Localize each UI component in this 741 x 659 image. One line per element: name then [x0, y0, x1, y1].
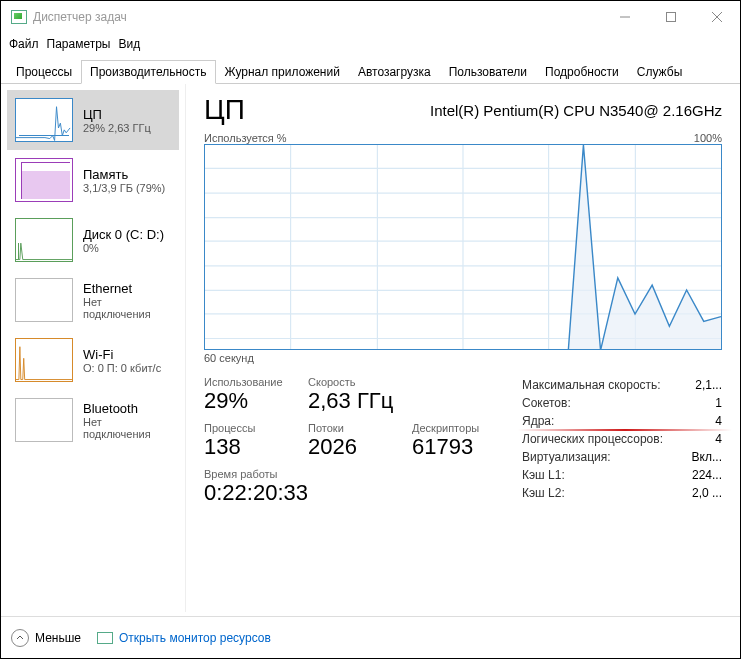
svg-rect-1 — [667, 13, 676, 22]
footer: Меньше Открыть монитор ресурсов — [1, 616, 740, 658]
maximize-button[interactable] — [648, 1, 694, 33]
maxspeed-value: 2,1... — [695, 376, 722, 394]
sidebar: ЦП 29% 2,63 ГГц Память 3,1/3,9 ГБ (79%) … — [1, 84, 186, 612]
close-button[interactable] — [694, 1, 740, 33]
menu-file[interactable]: Файл — [9, 37, 39, 51]
chart-label-max: 100% — [694, 132, 722, 144]
logical-label: Логических процессоров: — [522, 430, 663, 448]
sidebar-memory-label: Память — [83, 167, 165, 182]
app-icon — [11, 9, 27, 25]
speed-label: Скорость — [308, 376, 393, 388]
sidebar-cpu-sub: 29% 2,63 ГГц — [83, 122, 151, 134]
cores-value: 4 — [715, 412, 722, 430]
sockets-value: 1 — [715, 394, 722, 412]
l2-value: 2,0 ... — [692, 484, 722, 502]
sidebar-memory-sub: 3,1/3,9 ГБ (79%) — [83, 182, 165, 194]
wifi-thumb-icon — [15, 338, 73, 382]
sidebar-wifi-sub: О: 0 П: 0 кбит/с — [83, 362, 161, 374]
proc-label: Процессы — [204, 422, 284, 434]
uptime-value: 0:22:20:33 — [204, 480, 492, 506]
stats-right: Максимальная скорость:2,1... Сокетов:1 Я… — [522, 376, 722, 506]
tab-users[interactable]: Пользователи — [440, 60, 536, 84]
minimize-button[interactable] — [602, 1, 648, 33]
window-controls — [602, 1, 740, 33]
less-button[interactable]: Меньше — [11, 629, 81, 647]
window-title: Диспетчер задач — [33, 10, 127, 24]
logical-value: 4 — [715, 430, 722, 448]
threads-value: 2026 — [308, 434, 388, 460]
sidebar-cpu-label: ЦП — [83, 107, 151, 122]
titlebar: Диспетчер задач — [1, 1, 740, 33]
resource-monitor-icon — [97, 630, 113, 646]
resource-monitor-label: Открыть монитор ресурсов — [119, 631, 271, 645]
tab-processes[interactable]: Процессы — [7, 60, 81, 84]
util-label: Использование — [204, 376, 284, 388]
speed-value: 2,63 ГГц — [308, 388, 393, 414]
sockets-label: Сокетов: — [522, 394, 571, 412]
main-panel: ЦП Intel(R) Pentium(R) CPU N3540@ 2.16GH… — [186, 84, 740, 612]
maxspeed-label: Максимальная скорость: — [522, 376, 661, 394]
sidebar-item-disk[interactable]: Диск 0 (C: D:) 0% — [7, 210, 179, 270]
tab-app-history[interactable]: Журнал приложений — [216, 60, 349, 84]
sidebar-disk-label: Диск 0 (C: D:) — [83, 227, 164, 242]
sidebar-disk-sub: 0% — [83, 242, 164, 254]
l2-label: Кэш L2: — [522, 484, 565, 502]
memory-thumb-icon — [15, 158, 73, 202]
sidebar-wifi-label: Wi-Fi — [83, 347, 161, 362]
chevron-up-icon — [11, 629, 29, 647]
cpu-model: Intel(R) Pentium(R) CPU N3540@ 2.16GHz — [430, 102, 722, 119]
less-label: Меньше — [35, 631, 81, 645]
l1-value: 224... — [692, 466, 722, 484]
virt-label: Виртуализация: — [522, 448, 611, 466]
sidebar-item-cpu[interactable]: ЦП 29% 2,63 ГГц — [7, 90, 179, 150]
menu-view[interactable]: Вид — [118, 37, 140, 51]
sidebar-item-wifi[interactable]: Wi-Fi О: 0 П: 0 кбит/с — [7, 330, 179, 390]
cpu-chart[interactable] — [204, 144, 722, 350]
sidebar-ethernet-sub: Нет подключения — [83, 296, 171, 320]
cores-label: Ядра: — [522, 412, 554, 430]
virt-value: Вкл... — [692, 448, 722, 466]
tab-services[interactable]: Службы — [628, 60, 691, 84]
disk-thumb-icon — [15, 218, 73, 262]
proc-value: 138 — [204, 434, 284, 460]
sidebar-ethernet-label: Ethernet — [83, 281, 171, 296]
chart-label-used: Используется % — [204, 132, 287, 144]
tabs: Процессы Производительность Журнал прило… — [1, 59, 740, 84]
sidebar-item-bluetooth[interactable]: Bluetooth Нет подключения — [7, 390, 179, 450]
l1-label: Кэш L1: — [522, 466, 565, 484]
content-area: ЦП 29% 2,63 ГГц Память 3,1/3,9 ГБ (79%) … — [1, 84, 740, 612]
sidebar-bluetooth-label: Bluetooth — [83, 401, 171, 416]
stats-left: Использование 29% Скорость 2,63 ГГц Проц… — [204, 376, 492, 506]
ethernet-thumb-icon — [15, 278, 73, 322]
util-value: 29% — [204, 388, 284, 414]
handles-value: 61793 — [412, 434, 492, 460]
tab-performance[interactable]: Производительность — [81, 60, 215, 84]
sidebar-bluetooth-sub: Нет подключения — [83, 416, 171, 440]
tab-startup[interactable]: Автозагрузка — [349, 60, 440, 84]
sidebar-item-memory[interactable]: Память 3,1/3,9 ГБ (79%) — [7, 150, 179, 210]
tab-details[interactable]: Подробности — [536, 60, 628, 84]
threads-label: Потоки — [308, 422, 388, 434]
page-title: ЦП — [204, 94, 245, 126]
bluetooth-thumb-icon — [15, 398, 73, 442]
sidebar-item-ethernet[interactable]: Ethernet Нет подключения — [7, 270, 179, 330]
chart-bottom-label: 60 секунд — [204, 352, 722, 364]
menu-options[interactable]: Параметры — [47, 37, 111, 51]
menubar: Файл Параметры Вид — [1, 33, 740, 55]
uptime-label: Время работы — [204, 468, 492, 480]
cpu-thumb-icon — [15, 98, 73, 142]
handles-label: Дескрипторы — [412, 422, 492, 434]
open-resource-monitor-link[interactable]: Открыть монитор ресурсов — [97, 630, 271, 646]
